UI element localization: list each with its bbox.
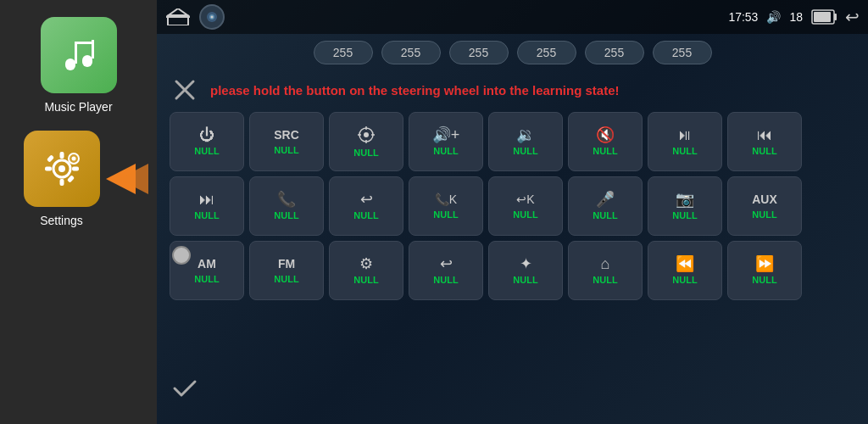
svg-rect-8 [59, 179, 64, 186]
call-accept-button[interactable]: 📞K NULL [409, 176, 483, 236]
fm-null: NULL [274, 274, 298, 284]
call-reject-icon: ↩K [516, 192, 534, 206]
aux-button[interactable]: AUX NULL [727, 176, 802, 236]
vol-up-button[interactable]: 🔊+ NULL [409, 112, 483, 171]
mute-null: NULL [593, 146, 617, 156]
power-button[interactable]: ⏻ NULL [170, 112, 244, 171]
prev-track-null: NULL [752, 146, 776, 156]
power-null: NULL [194, 146, 219, 156]
svg-rect-1 [82, 55, 92, 67]
prev-track-button[interactable]: ⏮ NULL [727, 112, 802, 171]
sidebar-item-music-player[interactable]: Music Player [19, 17, 138, 114]
home-ctrl-button[interactable]: ⌂ NULL [568, 241, 643, 300]
topbar-right: 17:53 🔊 18 ↩ [728, 7, 860, 27]
return-button[interactable]: ↩ NULL [409, 241, 483, 300]
sidebar-item-settings[interactable]: Settings [8, 131, 114, 227]
aux-icon: AUX [752, 192, 777, 206]
play-pause-null: NULL [672, 146, 697, 156]
cancel-x-button[interactable] [170, 75, 200, 105]
home-ctrl-icon: ⌂ [601, 256, 610, 271]
power-icon: ⏻ [199, 127, 214, 142]
back-button[interactable]: ↩ NULL [329, 176, 403, 236]
src-icon: SRC [274, 128, 299, 142]
value-pill-1: 255 [381, 41, 441, 64]
scroll-indicator [172, 246, 191, 265]
svg-point-28 [364, 132, 369, 137]
fm-button[interactable]: FM NULL [249, 241, 324, 300]
back-null: NULL [353, 210, 378, 220]
value-pill-5: 255 [653, 41, 712, 64]
vol-down-button[interactable]: 🔉 NULL [488, 112, 563, 171]
src-button[interactable]: SRC NULL [249, 112, 324, 171]
voice-icon: 🎤 [596, 192, 615, 207]
settings-label: Settings [40, 214, 83, 227]
gps-icon [357, 126, 376, 144]
button-row-3: AM NULL FM NULL ⚙ NULL ↩ NULL ✦ NULL [170, 241, 855, 300]
bluetooth-null: NULL [513, 275, 537, 285]
play-pause-icon: ⏯ [677, 127, 693, 142]
rewind-icon: ⏪ [676, 256, 694, 271]
bluetooth-icon: ✦ [520, 256, 532, 271]
settings-null: NULL [353, 275, 378, 285]
button-row-2: ⏭ NULL 📞 NULL ↩ NULL 📞K NULL ↩K NULL [170, 176, 855, 236]
vol-down-icon: 🔉 [516, 127, 535, 142]
topbar-left-icons [165, 4, 225, 30]
music-player-label: Music Player [44, 100, 112, 114]
gps-null: NULL [353, 148, 378, 158]
back-icon[interactable]: ↩ [845, 7, 860, 27]
gps-button[interactable]: NULL [329, 112, 403, 171]
camera-null: NULL [672, 210, 697, 220]
vol-up-null: NULL [433, 146, 458, 156]
svg-rect-23 [834, 14, 837, 20]
svg-point-14 [71, 157, 75, 161]
next-track-null: NULL [194, 210, 219, 220]
confirm-button[interactable] [170, 373, 200, 407]
return-null: NULL [433, 275, 458, 285]
am-null: NULL [194, 274, 219, 284]
home-ctrl-null: NULL [593, 275, 617, 285]
music-player-icon [41, 17, 117, 93]
call-icon: 📞 [277, 192, 296, 207]
call-reject-null: NULL [513, 209, 537, 220]
camera-button[interactable]: 📷 NULL [648, 176, 722, 236]
voice-null: NULL [593, 210, 617, 220]
fm-icon: FM [278, 257, 295, 271]
svg-rect-11 [46, 154, 53, 162]
mute-icon: 🔇 [596, 127, 615, 142]
settings-icon-bg [24, 131, 100, 207]
svg-rect-0 [65, 59, 75, 70]
volume-icon: 🔊 [766, 10, 781, 24]
value-pill-3: 255 [517, 41, 576, 64]
mute-button[interactable]: 🔇 NULL [568, 112, 643, 171]
svg-rect-2 [75, 42, 77, 64]
back-ctrl-icon: ↩ [360, 192, 373, 207]
next-track-button[interactable]: ⏭ NULL [170, 176, 244, 236]
call-accept-null: NULL [433, 209, 458, 220]
voice-button[interactable]: 🎤 NULL [568, 176, 643, 236]
radio-icon[interactable] [199, 4, 225, 30]
call-accept-icon: 📞K [435, 192, 457, 206]
call-null: NULL [274, 210, 298, 220]
call-button[interactable]: 📞 NULL [249, 176, 324, 236]
settings-ctrl-icon: ⚙ [359, 256, 373, 271]
fast-forward-button[interactable]: ⏩ NULL [727, 241, 802, 300]
play-pause-button[interactable]: ⏯ NULL [648, 112, 722, 171]
rewind-button[interactable]: ⏪ NULL [648, 241, 722, 300]
svg-rect-24 [814, 12, 831, 22]
instruction-row: please hold the button on the steering w… [170, 73, 855, 107]
settings-ctrl-button[interactable]: ⚙ NULL [329, 241, 403, 300]
battery-icon [811, 9, 837, 25]
ff-null: NULL [752, 275, 776, 285]
svg-point-6 [58, 165, 65, 172]
value-pill-4: 255 [585, 41, 644, 64]
main-content: 17:53 🔊 18 ↩ 255 255 255 255 255 255 [157, 0, 868, 424]
value-pill-2: 255 [449, 41, 509, 64]
button-row-1: ⏻ NULL SRC NULL NULL [170, 112, 855, 171]
vol-up-icon: 🔊+ [432, 127, 460, 142]
value-pill-0: 255 [314, 41, 373, 64]
svg-point-21 [211, 16, 214, 19]
return-icon: ↩ [440, 256, 453, 271]
home-icon[interactable] [165, 8, 191, 26]
call-reject-button[interactable]: ↩K NULL [488, 176, 563, 236]
bluetooth-button[interactable]: ✦ NULL [488, 241, 563, 300]
